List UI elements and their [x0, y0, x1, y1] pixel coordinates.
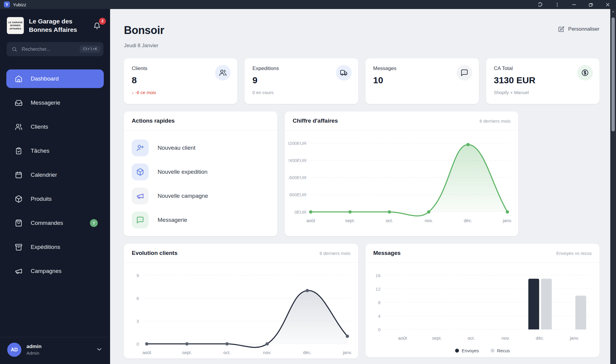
action-nouvelle-expedition[interactable]: Nouvelle expedition	[132, 164, 270, 180]
stat-value: 3130 EUR	[494, 75, 592, 85]
extensions-icon[interactable]	[532, 0, 549, 9]
sidebar-item-calendrier[interactable]: Calendrier	[6, 166, 104, 184]
x-axis: aoûtsept.oct.nov.déc.janv.	[385, 332, 592, 342]
search-input[interactable]: Rechercher... Ctrl+K	[7, 42, 103, 56]
x-tick-label: août	[142, 350, 151, 355]
package-icon	[15, 195, 23, 203]
stat-label: CA Total	[494, 66, 592, 72]
y-tick-label: 800EUR	[288, 192, 306, 198]
stat-card-expeditions[interactable]: Expeditions 9 0 en cours	[245, 58, 358, 104]
sidebar-item-clients[interactable]: Clients	[6, 118, 104, 136]
scrollbar-thumb[interactable]	[611, 17, 615, 131]
inbox-icon	[15, 99, 23, 107]
sidebar-item-campagnes[interactable]: Campagnes	[6, 262, 104, 280]
minimize-button[interactable]	[565, 0, 582, 9]
x-tick-label: déc.	[303, 350, 311, 355]
sidebar-item-label: Calendrier	[31, 172, 57, 178]
stat-card-messages[interactable]: Messages 10	[365, 58, 479, 104]
x-tick-label: nov.	[425, 218, 433, 223]
y-tick-label: 6	[130, 295, 139, 301]
card-title: Chiffre d'affaires	[293, 118, 338, 124]
y-tick-label: 8	[371, 299, 380, 305]
stat-sub: 0 en cours	[252, 90, 350, 95]
close-button[interactable]	[599, 0, 616, 9]
y-tick-label: 0	[130, 341, 139, 347]
stat-label: Expeditions	[252, 66, 350, 72]
x-tick-label: janv.	[343, 350, 352, 355]
stat-card-clients[interactable]: Clients 8 ↓ -6 ce mois	[124, 58, 237, 104]
chart-plot: aoûtsept.oct.nov.déc.janv.	[144, 273, 350, 356]
sidebar-item-produits[interactable]: Produits	[6, 190, 104, 208]
sidebar-item-label: Tâches	[31, 148, 49, 154]
customize-button[interactable]: Personnaliser	[558, 26, 599, 32]
scroll-up-icon[interactable]: ▲	[610, 10, 616, 13]
y-axis: 1612840	[371, 273, 385, 332]
action-label: Messagerie	[158, 217, 187, 223]
y-tick-label: 3	[130, 318, 139, 324]
y-axis: 9630	[130, 273, 144, 346]
avatar: AD	[7, 343, 21, 357]
sidebar-item-commandes[interactable]: Commandes 7	[6, 214, 104, 232]
x-tick-label: sept.	[345, 218, 355, 223]
card-title: Actions rapides	[132, 118, 175, 124]
chart-plot: aoûtsept.oct.nov.déc.janv.	[308, 141, 510, 225]
action-messagerie[interactable]: Messagerie	[132, 212, 270, 228]
user-name: admin	[26, 343, 42, 350]
sidebar-item-expeditions[interactable]: Expéditions	[6, 238, 104, 256]
megaphone-icon	[15, 267, 23, 275]
stat-card-ca-total[interactable]: CA Total 3130 EUR Shopify + Manuel	[486, 58, 599, 104]
sidebar-nav: Dashboard Messagerie Clients Tâches Cale…	[0, 69, 110, 286]
y-tick-label: 16	[371, 272, 380, 278]
stat-value: 9	[252, 75, 350, 85]
page-header: Bonsoir Jeudi 8 Janvier Personnaliser	[124, 9, 599, 49]
x-tick-label: nov.	[263, 350, 271, 355]
sidebar-item-label: Dashboard	[31, 75, 59, 82]
action-label: Nouveau client	[158, 145, 196, 151]
y-tick-label: 4	[371, 313, 380, 319]
x-tick-label: août	[398, 335, 407, 341]
restore-button[interactable]	[582, 0, 599, 9]
legend-label: Envoyes	[462, 348, 479, 353]
sidebar-item-label: Campagnes	[31, 268, 61, 274]
x-axis: aoûtsept.oct.nov.déc.janv.	[144, 346, 350, 356]
legend-item-recus: Recus	[491, 348, 510, 353]
action-label: Nouvelle expedition	[158, 169, 208, 175]
sidebar-item-taches[interactable]: Tâches	[6, 142, 104, 160]
x-tick-label: oct.	[468, 335, 475, 341]
notifications-button[interactable]: 2	[93, 20, 103, 31]
y-tick-label: 3200EUR	[288, 140, 306, 146]
browser-menu-icon[interactable]	[549, 0, 565, 9]
chart-legend: Envoyes Recus	[365, 348, 599, 353]
user-role: Admin	[26, 350, 42, 356]
brand: LE GARAGE BONNES AFFAIRES Le Garage des …	[0, 9, 110, 34]
chat-icon	[457, 65, 472, 81]
notification-badge: 2	[99, 18, 106, 25]
x-tick-label: janv.	[503, 218, 512, 223]
main-content: Bonsoir Jeudi 8 Janvier Personnaliser Cl…	[110, 9, 610, 364]
vertical-scrollbar[interactable]: ▲	[610, 9, 616, 364]
sidebar-item-messagerie[interactable]: Messagerie	[6, 93, 104, 112]
stat-value: 10	[373, 75, 471, 85]
action-nouvelle-campagne[interactable]: Nouvelle campagne	[132, 188, 270, 204]
card-subtitle: 6 derniers mois	[479, 118, 510, 124]
search-shortcut: Ctrl+K	[80, 45, 100, 53]
titlebar: Y Yubizz	[0, 0, 616, 9]
commandes-count-badge: 7	[90, 219, 98, 227]
action-nouveau-client[interactable]: Nouveau client	[132, 139, 270, 156]
x-tick-label: oct.	[223, 350, 231, 355]
users-icon	[15, 123, 23, 131]
sidebar-item-label: Produits	[31, 196, 52, 202]
user-menu[interactable]: AD admin Admin	[0, 337, 110, 364]
brand-logo-text: LE GARAGE	[8, 21, 23, 24]
search-icon	[11, 46, 17, 52]
stats-row: Clients 8 ↓ -6 ce mois Expeditions 9 0 e…	[124, 58, 599, 104]
stat-label: Clients	[132, 66, 229, 72]
user-meta: admin Admin	[26, 343, 42, 356]
clients-chart-card: Evolution clients 6 derniers mois 9630 a…	[124, 244, 358, 359]
archive-icon	[15, 243, 23, 251]
sidebar-item-dashboard[interactable]: Dashboard	[6, 69, 104, 88]
cube-icon	[132, 164, 149, 180]
y-tick-label: 9	[130, 272, 139, 278]
y-tick-label: 0	[371, 326, 380, 332]
stat-sub: Shopify + Manuel	[494, 90, 592, 95]
